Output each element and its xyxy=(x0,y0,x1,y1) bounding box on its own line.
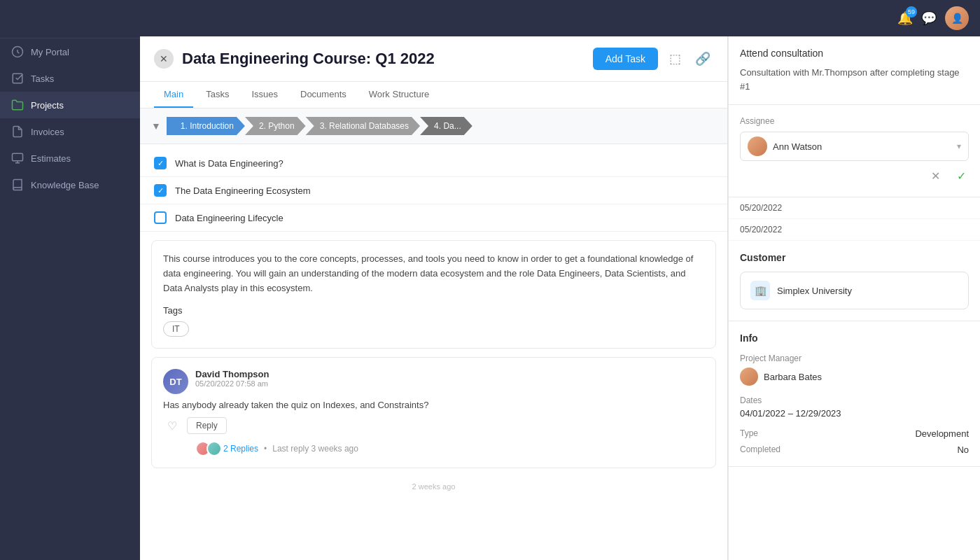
pm-avatar xyxy=(740,368,758,386)
sidebar-item-knowledge-base[interactable]: Knowledge Base xyxy=(0,172,140,198)
task-row: ✓ The Data Engineering Ecosystem xyxy=(140,177,727,204)
messages-icon[interactable]: 💬 xyxy=(921,10,937,26)
sidebar-item-label: Knowledge Base xyxy=(31,180,99,190)
date-value-2: 05/20/2022 xyxy=(740,225,782,234)
tag-chip[interactable]: IT xyxy=(163,321,189,337)
action-icons: ✕ ✓ xyxy=(740,167,969,186)
date-entry-2: 05/20/2022 xyxy=(729,219,980,241)
close-button[interactable]: ✕ xyxy=(154,49,174,69)
knowledge-base-icon xyxy=(11,178,24,191)
task-checkbox-3[interactable] xyxy=(154,211,167,224)
sidebar-item-my-portal[interactable]: My Portal xyxy=(0,38,140,65)
assignee-avatar xyxy=(748,136,767,156)
stage-relational-databases[interactable]: 3. Relational Databases xyxy=(306,117,420,135)
project-manager-value: Barbara Bates xyxy=(740,368,969,386)
external-link-icon[interactable]: ⬚ xyxy=(666,48,684,69)
topbar: 🔔 59 💬 👤 xyxy=(0,0,980,36)
projects-icon xyxy=(11,99,24,111)
sidebar-item-estimates[interactable]: Estimates xyxy=(0,145,140,172)
tasks-list: ✓ What is Data Engineering? ✓ The Data E… xyxy=(140,144,727,560)
notifications-icon[interactable]: 🔔 59 xyxy=(897,10,913,26)
customer-name: Simplex University xyxy=(777,286,852,296)
date-entry-1: 05/20/2022 xyxy=(729,197,980,219)
dates-value: 04/01/2022 – 12/29/2023 xyxy=(740,408,969,419)
link-icon[interactable]: 🔗 xyxy=(692,48,713,69)
stage-4[interactable]: 4. Da... xyxy=(420,117,472,135)
like-button[interactable]: ♡ xyxy=(163,418,181,434)
invoices-icon xyxy=(11,125,24,138)
tab-issues[interactable]: Issues xyxy=(241,82,288,108)
tags-label: Tags xyxy=(163,305,704,316)
reply-button[interactable]: Reply xyxy=(187,417,227,434)
comment-text: Has anybody already taken the quiz on In… xyxy=(163,400,704,410)
dates-row: Dates 04/01/2022 – 12/29/2023 xyxy=(740,396,969,419)
commenter-avatar: DT xyxy=(163,369,188,394)
tasks-icon xyxy=(11,72,24,85)
confirm-assignee-button[interactable]: ✓ xyxy=(954,167,969,186)
sidebar-item-tasks[interactable]: Tasks xyxy=(0,65,140,92)
completed-row: Completed No xyxy=(740,444,969,455)
cancel-assignee-button[interactable]: ✕ xyxy=(928,167,943,186)
task-row: Data Engineering Lifecycle xyxy=(140,204,727,232)
sidebar: ☰ ✓ Flowlu My Portal Tasks Projects Invo… xyxy=(0,0,140,560)
tab-main[interactable]: Main xyxy=(154,82,193,108)
project-manager-row: Project Manager Barbara Bates xyxy=(740,354,969,386)
completed-value: No xyxy=(957,444,969,455)
stage-introduction[interactable]: 1. Introduction xyxy=(167,117,245,135)
replies-separator: • xyxy=(264,444,267,454)
customer-title: Customer xyxy=(740,252,969,263)
main-content: ✕ Data Engineering Course: Q1 2022 Add T… xyxy=(140,36,980,560)
assignee-label: Assignee xyxy=(740,116,969,126)
date-value-1: 05/20/2022 xyxy=(740,203,782,213)
reply-avatar-2 xyxy=(206,441,222,456)
add-task-button[interactable]: Add Task xyxy=(593,48,658,70)
sidebar-item-label: Invoices xyxy=(31,127,64,137)
customer-card[interactable]: 🏢 Simplex University xyxy=(740,272,969,309)
stage-pill-introduction[interactable]: 1. Introduction xyxy=(167,117,245,135)
stage-pill-relational-databases[interactable]: 3. Relational Databases xyxy=(306,117,420,135)
sidebar-item-invoices[interactable]: Invoices xyxy=(0,118,140,145)
replies-count[interactable]: 2 Replies xyxy=(223,444,258,454)
check-icon: ✓ xyxy=(158,159,164,168)
svg-rect-1 xyxy=(13,74,22,83)
assignee-name: Ann Watson xyxy=(773,141,951,152)
chevron-down-icon: ▾ xyxy=(957,141,961,151)
sidebar-item-projects[interactable]: Projects xyxy=(0,92,140,118)
stage-toggle-icon[interactable]: ▼ xyxy=(151,120,161,132)
estimates-icon xyxy=(11,152,24,164)
project-main: ✕ Data Engineering Course: Q1 2022 Add T… xyxy=(140,36,728,560)
time-ago: 2 weeks ago xyxy=(140,477,727,496)
task-checkbox-1[interactable]: ✓ xyxy=(154,157,167,169)
stage-python[interactable]: 2. Python xyxy=(245,117,306,135)
page-title: Data Engineering Course: Q1 2022 xyxy=(182,50,584,68)
project-manager-label: Project Manager xyxy=(740,354,969,363)
notifications-badge: 59 xyxy=(906,6,917,18)
pm-name: Barbara Bates xyxy=(764,372,822,382)
description-block: This course introduces you to the core c… xyxy=(151,240,716,349)
stage-pill-python[interactable]: 2. Python xyxy=(245,117,306,135)
task-label-2: The Data Engineering Ecosystem xyxy=(175,186,311,196)
comment-header: DT David Thompson 05/20/2022 07:58 am xyxy=(163,369,704,394)
comment-date: 05/20/2022 07:58 am xyxy=(195,379,269,388)
task-checkbox-2[interactable]: ✓ xyxy=(154,184,167,197)
sidebar-item-label: Estimates xyxy=(31,153,71,164)
description-text: This course introduces you to the core c… xyxy=(163,252,704,295)
replies-row: 2 Replies • Last reply 3 weeks ago xyxy=(163,441,704,456)
task-label-1: What is Data Engineering? xyxy=(175,158,284,169)
sidebar-item-label: Tasks xyxy=(31,74,54,84)
stage-pill-4[interactable]: 4. Da... xyxy=(420,117,472,135)
user-avatar[interactable]: 👤 xyxy=(945,6,969,30)
dates-label: Dates xyxy=(740,396,969,405)
customer-icon: 🏢 xyxy=(750,281,770,300)
assignee-section: Assignee Ann Watson ▾ ✕ ✓ xyxy=(729,105,980,197)
info-section: Info Project Manager Barbara Bates Dates… xyxy=(729,321,980,467)
type-label: Type xyxy=(740,428,758,439)
check-icon: ✓ xyxy=(158,186,164,195)
tab-work-structure[interactable]: Work Structure xyxy=(359,82,439,108)
assignee-select[interactable]: Ann Watson ▾ xyxy=(740,132,969,161)
tab-tasks[interactable]: Tasks xyxy=(196,82,239,108)
tab-documents[interactable]: Documents xyxy=(290,82,356,108)
project-tabs: Main Tasks Issues Documents Work Structu… xyxy=(140,82,727,108)
stage-bar: ▼ 1. Introduction 2. Python 3. Relationa… xyxy=(140,108,727,144)
avatar-image: 👤 xyxy=(945,6,969,30)
